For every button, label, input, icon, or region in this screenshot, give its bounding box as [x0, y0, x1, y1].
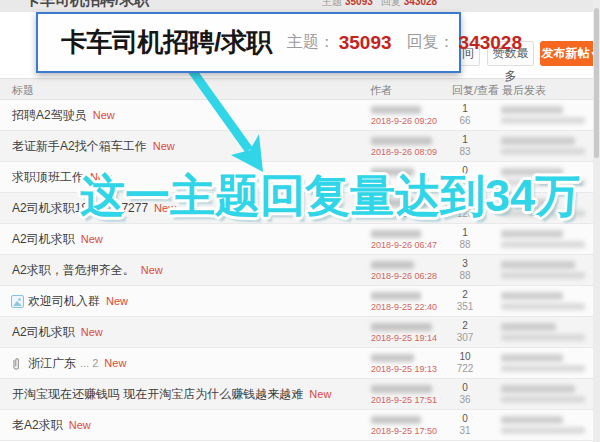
author-post-date: 2018-9-26 06:57: [371, 209, 437, 219]
last-post-date-blurred: [501, 334, 585, 341]
last-post-date-blurred: [501, 241, 585, 248]
reply-count: 3: [448, 258, 482, 270]
new-badge: New: [106, 295, 128, 307]
forum-stats-clipped: 主题35093回复343028: [322, 0, 445, 9]
author-post-date: 2018-9-25 17:51: [371, 395, 437, 405]
author-name-blurred: [371, 261, 414, 269]
table-row: A2司机求职New 2018-9-25 19:14 2 307: [0, 317, 600, 348]
topic-title: 欢迎司机入群: [28, 294, 100, 308]
author-name-blurred: [371, 385, 432, 393]
author-name-blurred: [371, 323, 432, 331]
topic-title-link[interactable]: 老A2求职New: [0, 410, 91, 441]
scrollbar-track[interactable]: [593, 0, 600, 442]
column-header-author: 作者: [370, 83, 392, 98]
column-header-title: 标题: [12, 83, 34, 98]
topic-title: A2求职，普危押齐全。: [12, 263, 135, 277]
new-badge: New: [69, 419, 91, 431]
table-row: 老证新手A2找个箱车工作New 2018-9-26 08:09 1 83: [0, 131, 600, 162]
table-row: 招聘A2驾驶员New 2018-9-26 09:20 1 66: [0, 100, 600, 131]
author-name-blurred: [371, 199, 432, 207]
reply-count: 1: [448, 227, 482, 239]
forum-title-clipped: 卡车司机招聘/求职: [25, 0, 149, 10]
callout-forum-title: 卡车司机招聘/求职: [61, 25, 272, 60]
last-poster-blurred: [501, 292, 563, 300]
topic-table-body: 招聘A2驾驶员New 2018-9-26 09:20 1 66 老证新手A2找个…: [0, 100, 600, 441]
author-post-date: 2018-9-26 06:47: [371, 240, 437, 250]
author-post-date: 2018-9-26 06:28: [371, 271, 437, 281]
last-poster-blurred: [501, 385, 575, 393]
replies-label: 回复：: [407, 32, 455, 53]
topic-title: 老A2求职: [12, 418, 63, 432]
table-row: 老A2求职New 2018-9-25 17:50 0 31: [0, 410, 600, 441]
replies-views-cell: 1 83: [448, 134, 482, 158]
column-header-replies-views: 回复/查看: [452, 83, 499, 98]
topic-title: 老证新手A2找个箱车工作: [12, 139, 147, 153]
last-post-date-blurred: [501, 117, 585, 124]
topic-title: 开淘宝现在还赚钱吗 现在开淘宝店为什么赚钱越来越难: [12, 387, 303, 401]
author-name-blurred: [371, 354, 414, 362]
scrollbar-thumb[interactable]: [594, 8, 599, 158]
new-post-button[interactable]: 发布新帖▾: [540, 41, 597, 66]
replies-count: 343028: [459, 32, 522, 54]
new-badge: New: [81, 326, 103, 338]
last-poster-blurred: [501, 261, 575, 269]
topic-title-link[interactable]: A2司机求职18153897277New: [0, 193, 176, 224]
topic-title-link[interactable]: 招聘A2驾驶员New: [0, 100, 115, 131]
topic-title: 浙江广东: [28, 356, 76, 370]
replies-views-cell: 1 66: [448, 103, 482, 127]
table-row: 浙江广东... 2New 2018-9-25 19:13 10 722: [0, 348, 600, 379]
last-post-date-blurred: [501, 148, 585, 155]
topic-title-link[interactable]: 求职顶班工作New: [0, 162, 112, 193]
last-post-date-blurred: [501, 427, 585, 434]
reply-count: 1: [448, 134, 482, 146]
new-badge: New: [153, 140, 175, 152]
topic-title-link[interactable]: 浙江广东... 2New: [0, 348, 126, 379]
last-post-date-blurred: [501, 179, 585, 186]
topic-pages[interactable]: ... 2: [80, 357, 98, 369]
view-count: 66: [448, 115, 482, 127]
last-poster-blurred: [501, 199, 556, 207]
topic-title: 求职顶班工作: [12, 170, 84, 184]
last-poster-blurred: [501, 323, 556, 331]
topic-title: A2司机求职: [12, 232, 75, 246]
topic-title-link[interactable]: 开淘宝现在还赚钱吗 现在开淘宝店为什么赚钱越来越难New: [0, 379, 331, 410]
topic-title: A2司机求职18153897277: [12, 201, 148, 215]
reply-count: 10: [448, 351, 482, 363]
last-poster-blurred: [501, 106, 563, 114]
view-count: 351: [448, 301, 482, 313]
reply-count: 0: [448, 165, 482, 177]
last-post-date-blurred: [501, 365, 585, 372]
author-name-blurred: [371, 106, 421, 114]
last-post-date-blurred: [501, 272, 585, 279]
reply-count: 0: [448, 382, 482, 394]
replies-views-cell: 0 31: [448, 413, 482, 437]
replies-views-cell: 0 36: [448, 382, 482, 406]
last-poster-blurred: [501, 416, 563, 424]
replies-views-cell: 2 351: [448, 289, 482, 313]
topics-count: 35093: [339, 32, 392, 54]
view-count: 128: [448, 208, 482, 220]
last-post-date-blurred: [501, 396, 585, 403]
new-badge: New: [154, 202, 176, 214]
forum-page: 卡车司机招聘/求职 主题35093回复343028 间 赞数最多 发布新帖▾ 卡…: [0, 0, 600, 442]
author-post-date: 2018-9-26 09:20: [371, 116, 437, 126]
author-post-date: 2018-9-25 19:13: [371, 364, 437, 374]
new-badge: New: [141, 264, 163, 276]
topic-title-link[interactable]: 欢迎司机入群New: [0, 286, 128, 317]
last-post-date-blurred: [501, 303, 585, 310]
table-row: A2求职，普危押齐全。New 2018-9-26 06:28 3 88: [0, 255, 600, 286]
topic-title-link[interactable]: A2司机求职New: [0, 224, 103, 255]
author-post-date: 2018-9-26 08:09: [371, 147, 437, 157]
author-name-blurred: [371, 292, 421, 300]
author-name-blurred: [371, 137, 432, 145]
table-row: 开淘宝现在还赚钱吗 现在开淘宝店为什么赚钱越来越难New 2018-9-25 1…: [0, 379, 600, 410]
table-row: A2司机求职New 2018-9-26 06:47 1 88: [0, 224, 600, 255]
topic-title-link[interactable]: 老证新手A2找个箱车工作New: [0, 131, 175, 162]
topic-title-link[interactable]: A2求职，普危押齐全。New: [0, 255, 163, 286]
reply-count: 2: [448, 320, 482, 332]
reply-count: 2: [448, 289, 482, 301]
topic-title: A2司机求职: [12, 325, 75, 339]
replies-views-cell: 1 88: [448, 227, 482, 251]
reply-count: 2: [448, 196, 482, 208]
topic-title-link[interactable]: A2司机求职New: [0, 317, 103, 348]
